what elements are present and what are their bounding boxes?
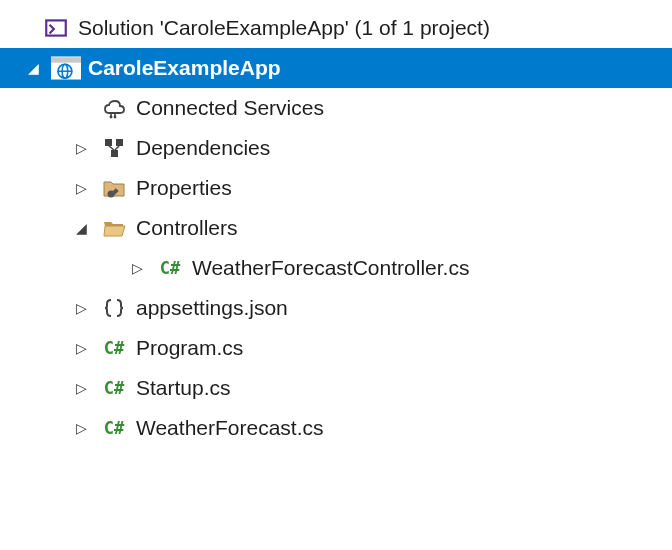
solution-label: Solution 'CaroleExampleApp' (1 of 1 proj… <box>74 16 490 40</box>
svg-rect-12 <box>111 150 118 157</box>
solution-icon <box>38 15 74 41</box>
solution-node[interactable]: ▷ Solution 'CaroleExampleApp' (1 of 1 pr… <box>0 8 672 48</box>
svg-rect-0 <box>46 20 66 35</box>
dependencies-label: Dependencies <box>132 136 270 160</box>
properties-label: Properties <box>132 176 232 200</box>
properties-node[interactable]: ▷ Properties <box>0 168 672 208</box>
svg-point-9 <box>114 116 117 119</box>
svg-point-8 <box>110 116 113 119</box>
controllers-label: Controllers <box>132 216 238 240</box>
weatherforecast-label: WeatherForecast.cs <box>132 416 324 440</box>
startup-file-node[interactable]: ▷ C# Startup.cs <box>0 368 672 408</box>
controllers-folder-node[interactable]: ◢ Controllers <box>0 208 672 248</box>
properties-folder-icon <box>96 176 132 200</box>
svg-line-13 <box>109 146 114 150</box>
connected-services-node[interactable]: ▷ Connected Services <box>0 88 672 128</box>
svg-line-14 <box>115 146 119 150</box>
controller-file-node[interactable]: ▷ C# WeatherForecastController.cs <box>0 248 672 288</box>
csharp-file-icon: C# <box>96 378 132 398</box>
cloud-icon <box>96 96 132 120</box>
chevron-right-icon[interactable]: ▷ <box>66 420 96 436</box>
connected-services-label: Connected Services <box>132 96 324 120</box>
appsettings-label: appsettings.json <box>132 296 288 320</box>
csharp-file-icon: C# <box>96 338 132 358</box>
chevron-right-icon[interactable]: ▷ <box>66 180 96 196</box>
folder-open-icon <box>96 216 132 240</box>
svg-rect-2 <box>51 57 81 62</box>
chevron-right-icon[interactable]: ▷ <box>66 140 96 156</box>
svg-rect-10 <box>105 139 112 146</box>
web-project-icon <box>48 55 84 81</box>
svg-rect-11 <box>116 139 123 146</box>
weatherforecast-file-node[interactable]: ▷ C# WeatherForecast.cs <box>0 408 672 448</box>
appsettings-node[interactable]: ▷ appsettings.json <box>0 288 672 328</box>
controller-file-label: WeatherForecastController.cs <box>188 256 469 280</box>
dependencies-icon <box>96 136 132 160</box>
project-node[interactable]: ◢ CaroleExampleApp <box>0 48 672 88</box>
program-label: Program.cs <box>132 336 243 360</box>
dependencies-node[interactable]: ▷ Dependencies <box>0 128 672 168</box>
chevron-right-icon[interactable]: ▷ <box>66 380 96 396</box>
program-file-node[interactable]: ▷ C# Program.cs <box>0 328 672 368</box>
json-file-icon <box>96 296 132 320</box>
project-label: CaroleExampleApp <box>84 56 281 80</box>
chevron-right-icon[interactable]: ▷ <box>66 300 96 316</box>
startup-label: Startup.cs <box>132 376 231 400</box>
chevron-down-icon[interactable]: ◢ <box>18 60 48 76</box>
chevron-right-icon[interactable]: ▷ <box>66 340 96 356</box>
chevron-down-icon[interactable]: ◢ <box>66 220 96 236</box>
csharp-file-icon: C# <box>152 258 188 278</box>
csharp-file-icon: C# <box>96 418 132 438</box>
chevron-right-icon[interactable]: ▷ <box>122 260 152 276</box>
solution-explorer-tree: ▷ Solution 'CaroleExampleApp' (1 of 1 pr… <box>0 0 672 448</box>
